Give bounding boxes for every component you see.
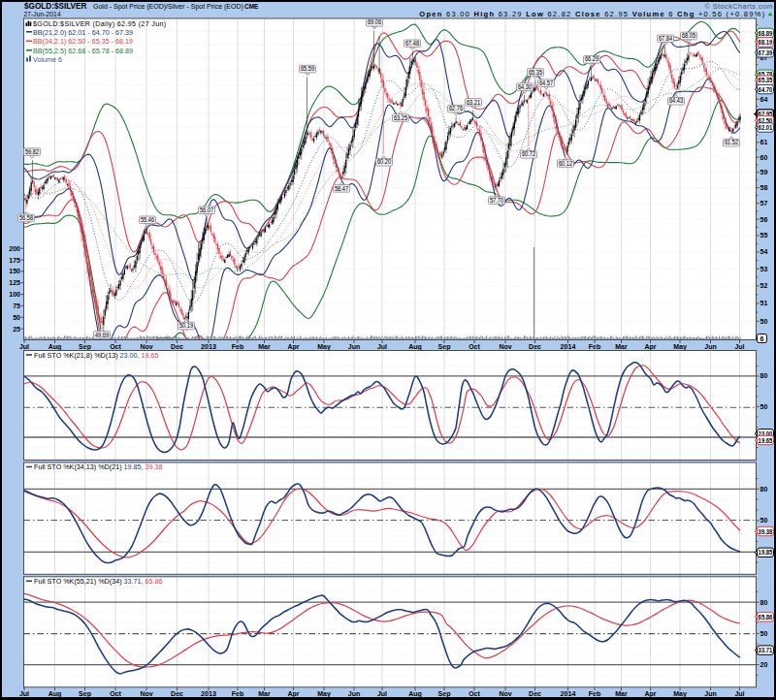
svg-text:Feb: Feb [589, 690, 600, 697]
svg-text:100: 100 [9, 291, 20, 298]
svg-text:64.57: 64.57 [539, 80, 554, 86]
svg-text:55: 55 [760, 232, 768, 239]
svg-text:Sep: Sep [79, 343, 91, 351]
svg-text:Jun: Jun [348, 343, 360, 350]
svg-text:May: May [673, 343, 687, 351]
svg-text:62.76: 62.76 [449, 105, 464, 111]
svg-text:Feb: Feb [232, 343, 243, 350]
svg-text:50.19: 50.19 [179, 322, 194, 329]
svg-text:Jun: Jun [704, 343, 716, 350]
svg-text:19.65: 19.65 [759, 437, 773, 444]
svg-text:64.70: 64.70 [759, 86, 773, 93]
svg-text:May: May [673, 690, 687, 698]
svg-text:2014: 2014 [561, 342, 576, 351]
svg-text:50: 50 [760, 630, 768, 637]
svg-text:50: 50 [13, 314, 20, 321]
svg-text:65.86: 65.86 [759, 614, 773, 620]
svg-text:64: 64 [760, 96, 768, 103]
svg-text:67.39: 67.39 [759, 49, 773, 56]
svg-text:60.12: 60.12 [559, 160, 573, 167]
svg-text:Dec: Dec [171, 690, 183, 697]
svg-text:58: 58 [760, 184, 768, 191]
svg-text:62.01: 62.01 [759, 124, 773, 131]
svg-text:50: 50 [760, 403, 768, 410]
svg-text:Aug: Aug [48, 690, 62, 698]
svg-text:Aug: Aug [48, 343, 62, 351]
svg-text:68.05: 68.05 [682, 32, 696, 39]
svg-text:67.48: 67.48 [405, 40, 420, 47]
svg-text:Feb: Feb [589, 343, 600, 350]
svg-text:2013: 2013 [201, 689, 216, 698]
svg-text:200: 200 [9, 245, 20, 252]
svg-text:67.84: 67.84 [659, 35, 673, 42]
svg-text:Volume 6: Volume 6 [33, 55, 62, 64]
svg-text:59.82: 59.82 [25, 148, 40, 155]
svg-text:Dec: Dec [529, 690, 541, 697]
svg-text:56.58: 56.58 [19, 214, 34, 221]
svg-text:64.43: 64.43 [669, 97, 684, 104]
svg-text:50: 50 [760, 517, 768, 524]
svg-text:Sep: Sep [438, 343, 451, 351]
svg-text:Full STO %K(21,8) %D(13) 23.00: Full STO %K(21,8) %D(13) 23.00, 19.65 [34, 351, 159, 360]
svg-text:Oct: Oct [469, 690, 480, 697]
svg-text:57.70: 57.70 [490, 197, 504, 204]
svg-text:Dec: Dec [171, 343, 183, 350]
svg-text:Nov: Nov [499, 690, 511, 697]
svg-text:Mar: Mar [258, 343, 271, 350]
svg-text:2014: 2014 [561, 689, 576, 698]
svg-text:Mar: Mar [615, 343, 628, 350]
svg-text:Apr: Apr [644, 343, 656, 351]
svg-text:Jul: Jul [19, 343, 29, 350]
svg-text:75: 75 [13, 302, 20, 309]
svg-text:Jul: Jul [734, 343, 744, 350]
svg-text:65.35: 65.35 [759, 77, 773, 83]
svg-text:Mar: Mar [258, 690, 271, 697]
svg-text:33.71: 33.71 [759, 647, 773, 653]
svg-text:55.46: 55.46 [141, 216, 155, 223]
svg-text:BB(34,2.1) 62.50 - 65.35 - 68.: BB(34,2.1) 62.50 - 65.35 - 68.19 [33, 37, 133, 46]
svg-text:Apr: Apr [287, 343, 299, 351]
svg-text:Apr: Apr [287, 690, 299, 698]
svg-text:66.29: 66.29 [585, 55, 599, 62]
svg-text:Jul: Jul [19, 690, 29, 697]
svg-text:Full STO %K(34,13) %D(21) 19.8: Full STO %K(34,13) %D(21) 19.85, 39.38 [34, 462, 163, 471]
svg-text:39.38: 39.38 [759, 528, 773, 535]
svg-text:$GOLD:$SILVER (Daily) 62.95 (2: $GOLD:$SILVER (Daily) 62.95 (27 Jun) [33, 20, 166, 28]
svg-text:Jul: Jul [377, 690, 387, 697]
svg-text:80: 80 [760, 372, 768, 379]
svg-text:Gold - Spot Price (EOD)/Silver: Gold - Spot Price (EOD)/Silver - Spot Pr… [93, 3, 243, 11]
svg-text:May: May [317, 690, 331, 698]
svg-text:Jul: Jul [734, 690, 744, 697]
svg-text:Jul: Jul [377, 343, 387, 350]
svg-text:6: 6 [760, 335, 764, 342]
svg-text:58.47: 58.47 [335, 185, 349, 192]
svg-text:Oct: Oct [110, 690, 121, 697]
svg-text:Sep: Sep [79, 690, 91, 698]
svg-text:54: 54 [760, 248, 768, 255]
svg-text:Jun: Jun [704, 690, 716, 697]
svg-text:$GOLD:$SILVER: $GOLD:$SILVER [24, 2, 87, 11]
svg-text:61.52: 61.52 [725, 139, 739, 145]
svg-text:65.35: 65.35 [529, 69, 543, 76]
svg-text:Nov: Nov [499, 343, 511, 350]
svg-text:150: 150 [9, 268, 20, 274]
svg-text:60.72: 60.72 [522, 150, 536, 157]
svg-text:Aug: Aug [408, 343, 422, 351]
svg-text:Oct: Oct [110, 343, 121, 350]
svg-text:Feb: Feb [232, 690, 243, 697]
svg-text:68.89: 68.89 [759, 30, 773, 37]
svg-text:Oct: Oct [469, 343, 480, 350]
svg-text:175: 175 [9, 257, 20, 264]
svg-text:59: 59 [760, 169, 768, 175]
svg-text:Jun: Jun [348, 690, 360, 697]
svg-text:65.59: 65.59 [301, 65, 315, 72]
svg-text:69.06: 69.06 [368, 18, 382, 25]
svg-text:Sep: Sep [438, 690, 451, 698]
svg-text:May: May [317, 343, 331, 351]
svg-text:19.85: 19.85 [759, 549, 773, 556]
svg-text:Aug: Aug [408, 690, 422, 698]
svg-text:51: 51 [760, 300, 768, 306]
svg-text:57: 57 [760, 200, 768, 207]
svg-text:125: 125 [9, 279, 20, 286]
svg-text:Apr: Apr [644, 690, 656, 698]
